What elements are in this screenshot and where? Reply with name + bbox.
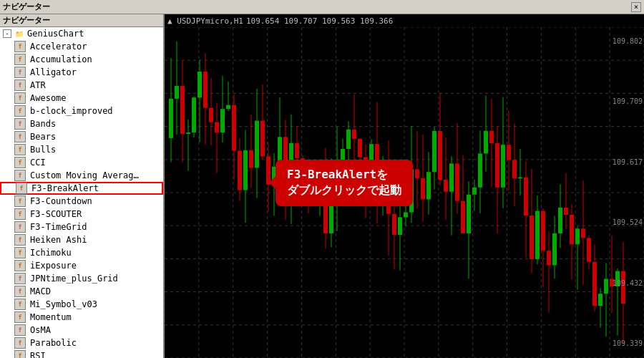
indent-spacer	[3, 170, 14, 180]
indicator-icon: f	[14, 41, 26, 52]
indicator-icon: f	[14, 131, 26, 142]
nav-item-momentum[interactable]: f Momentum	[0, 311, 163, 324]
indent-spacer	[3, 67, 14, 77]
indicator-icon: f	[14, 324, 26, 336]
close-button[interactable]: ×	[631, 2, 641, 12]
nav-item-label: CCI	[30, 158, 46, 168]
indent-spacer	[3, 312, 14, 322]
indicator-icon: f	[14, 273, 26, 284]
nav-item-label: F3-TimeGrid	[30, 222, 87, 232]
indicator-icon: f	[14, 350, 26, 358]
indicator-icon: f	[14, 170, 26, 181]
expand-icon[interactable]: -	[3, 29, 11, 38]
indicator-icon: f	[14, 195, 26, 207]
nav-item-alligator[interactable]: f Alligator	[0, 66, 163, 79]
nav-item-label: Ichimoku	[30, 248, 72, 258]
nav-item-mi-symbol-v03[interactable]: f Mi_Symbol_v03	[0, 298, 163, 311]
indicator-icon: f	[14, 221, 26, 233]
indicator-icon: f	[14, 144, 26, 155]
nav-item-awesome[interactable]: f Awesome	[0, 92, 163, 105]
nav-item-parabolic[interactable]: f Parabolic	[0, 337, 163, 349]
indent-spacer	[3, 286, 14, 296]
nav-item-macd[interactable]: f MACD	[0, 285, 163, 298]
indent-spacer	[3, 235, 14, 245]
indent-spacer	[3, 80, 14, 90]
nav-item-label: F3-Countdown	[30, 196, 92, 206]
indent-spacer	[3, 274, 14, 284]
nav-item-ichimoku[interactable]: f Ichimoku	[0, 246, 163, 259]
nav-item-bears[interactable]: f Bears	[0, 130, 163, 143]
callout-tooltip: F3-BreakAlertを ダブルクリックで起動	[275, 160, 413, 206]
nav-item-label: OsMA	[30, 325, 51, 335]
nav-item-label: JPNtime_plus_Grid	[30, 274, 118, 284]
nav-item-label: Bears	[30, 132, 56, 142]
nav-item-cci[interactable]: f CCI	[0, 156, 163, 169]
nav-item-f3-break-alert[interactable]: f F3-BreakAlert	[0, 182, 163, 195]
nav-item-label: b-clock_improved	[30, 106, 113, 116]
nav-item-b-clock-improved[interactable]: f b-clock_improved	[0, 105, 163, 117]
nav-item-heiken-ashi[interactable]: f Heiken Ashi	[0, 233, 163, 246]
nav-item-label: MACD	[30, 286, 51, 296]
indicator-icon: f	[14, 79, 26, 91]
main-container: ナビゲーター - 📁 GeniusChart f Accelerator f A…	[0, 14, 644, 358]
nav-item-rsi[interactable]: f RSI	[0, 349, 163, 358]
indicator-icon: f	[14, 67, 26, 78]
indent-spacer	[3, 158, 14, 168]
nav-item-label: Momentum	[30, 312, 72, 322]
nav-list[interactable]: - 📁 GeniusChart f Accelerator f Accumula…	[0, 27, 163, 358]
indicator-icon: f	[14, 337, 26, 349]
indent-spacer	[3, 132, 14, 142]
indent-spacer	[3, 222, 14, 232]
nav-item-label: Bands	[30, 119, 56, 129]
nav-item-genius-chart[interactable]: - 📁 GeniusChart	[0, 27, 163, 40]
nav-item-label: Accelerator	[30, 42, 87, 52]
indicator-icon: f	[14, 260, 26, 271]
nav-item-label: ATR	[30, 80, 46, 90]
indent-spacer	[3, 209, 14, 219]
indicator-icon: f	[14, 54, 26, 65]
nav-item-f3-countdown[interactable]: f F3-Countdown	[0, 195, 163, 208]
indicator-icon: f	[14, 286, 26, 297]
indent-spacer	[3, 261, 14, 271]
nav-item-label: Heiken Ashi	[30, 235, 87, 245]
chart-body: F3-BreakAlertを ダブルクリックで起動	[165, 27, 644, 358]
indicator-icon: f	[14, 208, 26, 220]
indicator-icon: f	[14, 157, 26, 168]
nav-item-f3-scouter[interactable]: f F3-SCOUTER	[0, 208, 163, 221]
nav-item-label: Bulls	[30, 145, 56, 155]
indent-spacer	[3, 54, 14, 64]
nav-item-label: F3-BreakAlert	[31, 183, 99, 193]
indent-spacer	[3, 42, 14, 52]
callout-line1: F3-BreakAlertを	[287, 167, 401, 183]
nav-item-jpntime-plus-grid[interactable]: f JPNtime_plus_Grid	[0, 272, 163, 285]
navigator-title: ナビゲーター	[3, 15, 50, 26]
callout-line2: ダブルクリックで起動	[287, 183, 401, 198]
nav-item-atr[interactable]: f ATR	[0, 79, 163, 92]
indent-spacer	[3, 299, 14, 309]
nav-item-label: Custom Moving Averag…	[30, 170, 139, 180]
indent-spacer	[3, 248, 14, 258]
nav-item-osma[interactable]: f OsMA	[0, 324, 163, 337]
nav-item-iexposure[interactable]: f iExposure	[0, 259, 163, 272]
indicator-icon: f	[14, 234, 26, 246]
indent-spacer	[3, 325, 14, 335]
indent-spacer	[4, 183, 16, 193]
chart-symbol: ▲ USDJPYmicro,H1	[167, 16, 243, 26]
navigator-panel: ナビゲーター - 📁 GeniusChart f Accelerator f A…	[0, 14, 165, 358]
navigator-header: ナビゲーター	[0, 14, 163, 27]
chart-header: ▲ USDJPYmicro,H1 109.654 109.707 109.563…	[165, 14, 644, 27]
nav-item-bulls[interactable]: f Bulls	[0, 143, 163, 156]
nav-item-label: Accumulation	[30, 54, 92, 64]
nav-item-bands[interactable]: f Bands	[0, 117, 163, 130]
indent-spacer	[3, 93, 14, 103]
nav-item-accumulation[interactable]: f Accumulation	[0, 53, 163, 66]
nav-item-custom-moving-average[interactable]: f Custom Moving Averag…	[0, 169, 163, 182]
indent-spacer	[3, 145, 14, 155]
nav-item-label: GeniusChart	[27, 29, 84, 39]
indicator-icon: f	[14, 92, 26, 104]
nav-item-label: Awesome	[30, 93, 67, 103]
nav-item-accelerator[interactable]: f Accelerator	[0, 40, 163, 53]
nav-item-f3-time-grid[interactable]: f F3-TimeGrid	[0, 221, 163, 233]
indent-spacer	[3, 119, 14, 129]
indent-spacer	[3, 351, 14, 358]
